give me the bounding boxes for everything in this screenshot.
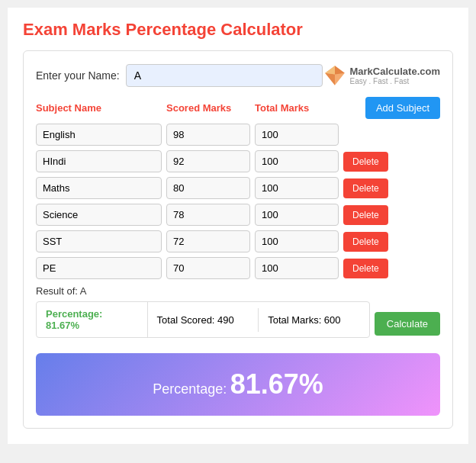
subject-name-input[interactable]: [36, 150, 162, 172]
calculator-card: Enter your Name: MarkCalculate.com Easy …: [23, 50, 453, 429]
table-row: Delete: [36, 230, 440, 252]
scored-marks-input[interactable]: [166, 204, 250, 226]
total-marks-input[interactable]: [255, 204, 339, 226]
table-row: Delete: [36, 204, 440, 226]
table-header: Subject Name Scored Marks Total Marks Ad…: [36, 97, 440, 119]
svg-marker-3: [325, 66, 335, 74]
name-label-group: Enter your Name:: [36, 64, 323, 87]
scored-marks-input[interactable]: [166, 177, 250, 199]
logo-main-text: MarkCalculate.com: [350, 66, 441, 77]
scored-marks-input[interactable]: [166, 150, 250, 172]
col-total-header: Total Marks: [255, 102, 339, 114]
subject-name-input[interactable]: [36, 204, 162, 226]
delete-button[interactable]: Delete: [343, 152, 388, 172]
subject-name-input[interactable]: [36, 257, 162, 279]
subject-name-input[interactable]: [36, 177, 162, 199]
subject-name-input[interactable]: [36, 124, 162, 146]
name-input[interactable]: [126, 64, 323, 87]
total-marks-input[interactable]: [255, 257, 339, 279]
total-marks-input[interactable]: [255, 124, 339, 146]
total-marks-input[interactable]: [255, 177, 339, 199]
calculate-button[interactable]: Calculate: [375, 312, 440, 336]
logo-area: MarkCalculate.com Easy . Fast . Fast: [323, 63, 441, 88]
total-marks-input[interactable]: [255, 150, 339, 172]
table-row: Delete: [36, 177, 440, 199]
subjects-container: DeleteDeleteDeleteDeleteDelete: [36, 124, 440, 279]
delete-button[interactable]: Delete: [343, 232, 388, 252]
delete-button[interactable]: Delete: [343, 259, 388, 278]
scored-marks-input[interactable]: [166, 257, 250, 279]
col-scored-header: Scored Marks: [166, 102, 250, 114]
svg-marker-1: [335, 66, 345, 74]
table-row: Delete: [36, 257, 440, 279]
result-name: A: [80, 285, 87, 297]
name-label: Enter your Name:: [36, 69, 120, 82]
add-subject-button[interactable]: Add Subject: [365, 97, 440, 119]
svg-marker-2: [325, 73, 335, 85]
result-banner: Percentage: 81.67%: [36, 353, 440, 416]
logo-sub-text: Easy . Fast . Fast: [350, 77, 441, 85]
total-marks-cell: Total Marks: 600: [259, 308, 369, 332]
name-section: Enter your Name: MarkCalculate.com Easy …: [36, 63, 440, 88]
table-row: [36, 124, 440, 146]
subject-name-input[interactable]: [36, 230, 162, 252]
scored-marks-input[interactable]: [166, 124, 250, 146]
scored-marks-input[interactable]: [166, 230, 250, 252]
logo-icon: [323, 63, 347, 88]
col-subject-header: Subject Name: [36, 102, 162, 114]
total-scored-cell: Total Scored: 490: [148, 308, 259, 332]
result-of-label: Result of: A: [36, 285, 440, 297]
table-row: Delete: [36, 150, 440, 172]
banner-prefix: Percentage:: [153, 381, 227, 397]
summary-row: Percentage: 81.67% Total Scored: 490 Tot…: [36, 301, 370, 338]
banner-value: 81.67%: [230, 368, 323, 400]
logo-textblock: MarkCalculate.com Easy . Fast . Fast: [350, 66, 441, 85]
page-title: Exam Marks Percentage Calculator: [23, 20, 453, 40]
total-marks-input[interactable]: [255, 230, 339, 252]
delete-button[interactable]: Delete: [343, 178, 388, 198]
delete-button[interactable]: Delete: [343, 205, 388, 225]
percentage-cell: Percentage: 81.67%: [37, 302, 148, 337]
